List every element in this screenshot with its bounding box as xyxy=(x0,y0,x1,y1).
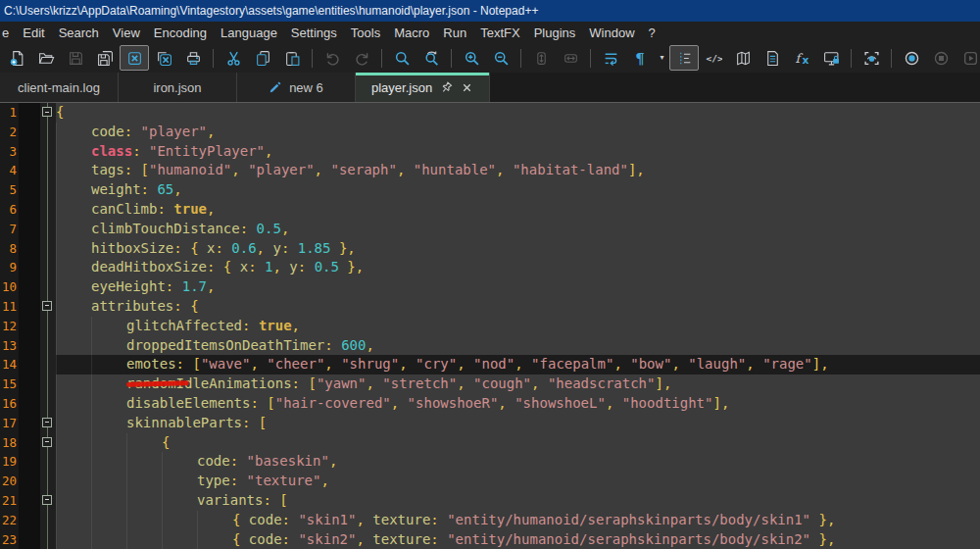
open-file-button[interactable] xyxy=(31,45,61,71)
camera-eye-button[interactable] xyxy=(857,45,886,71)
bookmark-margin[interactable] xyxy=(19,452,40,472)
bookmark-margin[interactable] xyxy=(19,374,40,394)
close-all-button[interactable] xyxy=(149,45,178,71)
code-line-text[interactable]: climbTouchDistance: 0.5, xyxy=(56,220,980,239)
bookmark-margin[interactable] xyxy=(19,200,40,220)
menu-item-e[interactable]: e xyxy=(0,24,16,42)
zoom-out-button[interactable] xyxy=(486,45,515,71)
code-line-text[interactable]: weight: 65, xyxy=(56,180,980,200)
tab-iron-json[interactable]: iron.json xyxy=(119,73,237,102)
close-button[interactable] xyxy=(120,45,149,71)
bookmark-margin[interactable] xyxy=(19,491,40,511)
code-line-text[interactable]: type: "texture", xyxy=(56,472,980,491)
save-button[interactable] xyxy=(61,45,90,71)
menu-item-textfx[interactable]: TextFX xyxy=(473,24,526,42)
close-tab-icon[interactable] xyxy=(461,81,473,94)
menu-item-tools[interactable]: Tools xyxy=(344,24,387,42)
bookmark-margin[interactable] xyxy=(19,394,40,414)
sync-scroll-h-button[interactable] xyxy=(556,45,585,71)
bookmark-margin[interactable] xyxy=(19,220,40,239)
bookmark-margin[interactable] xyxy=(19,161,40,180)
tab-client-main-log[interactable]: client-main.log xyxy=(0,73,119,102)
fold-collapse-icon[interactable] xyxy=(42,107,52,117)
code-line-text[interactable]: class: "EntityPlayer", xyxy=(56,142,980,162)
save-all-button[interactable] xyxy=(90,45,120,71)
bookmark-margin[interactable] xyxy=(19,511,40,530)
menu-item-view[interactable]: View xyxy=(106,24,147,42)
function-completion-button[interactable]: fx xyxy=(787,45,816,71)
zoom-in-button[interactable] xyxy=(457,45,486,71)
code-line-text[interactable]: attributes: { xyxy=(56,297,980,317)
bookmark-margin[interactable] xyxy=(19,530,40,549)
code-line-text[interactable]: code: "baseskin", xyxy=(56,452,980,472)
bookmark-margin[interactable] xyxy=(19,142,40,162)
code-line-text[interactable]: randomIdleAnimations: ["yawn", "stretch"… xyxy=(56,374,980,394)
bookmark-margin[interactable] xyxy=(19,472,40,491)
show-all-chars-dropdown-button[interactable]: ▾ xyxy=(655,45,669,71)
fold-collapse-icon[interactable] xyxy=(42,495,52,505)
code-line-text[interactable]: emotes: ["wave", "cheer", "shrug", "cry"… xyxy=(56,355,980,374)
bookmark-margin[interactable] xyxy=(19,297,40,317)
show-all-chars-button[interactable]: ¶ xyxy=(625,45,655,71)
code-line-text[interactable]: disableElements: ["hair-covered", "shows… xyxy=(56,394,980,414)
tab-new-6[interactable]: new 6 xyxy=(237,73,356,102)
function-list-button[interactable]: </> xyxy=(699,45,728,71)
bookmark-margin[interactable] xyxy=(19,414,40,433)
bookmark-margin[interactable] xyxy=(19,355,40,374)
editor-area[interactable]: 1{2code: "player",3class: "EntityPlayer"… xyxy=(0,103,980,549)
code-line-text[interactable]: skinnableParts: [ xyxy=(56,414,980,433)
fold-collapse-icon[interactable] xyxy=(42,418,52,427)
print-button[interactable] xyxy=(178,45,208,71)
bookmark-margin[interactable] xyxy=(19,239,40,259)
menu-item-search[interactable]: Search xyxy=(52,24,106,42)
bookmark-margin[interactable] xyxy=(19,180,40,200)
bookmark-margin[interactable] xyxy=(19,123,40,142)
bookmark-margin[interactable] xyxy=(19,336,40,356)
replace-button[interactable] xyxy=(416,45,446,71)
code-line-text[interactable]: deadHitboxSize: { x: 1, y: 0.5 }, xyxy=(56,258,980,277)
macro-stop-button[interactable] xyxy=(926,45,956,71)
bookmark-margin[interactable] xyxy=(19,317,40,336)
menu-item-plugins[interactable]: Plugins xyxy=(527,24,583,42)
cut-button[interactable] xyxy=(219,45,248,71)
bookmark-margin[interactable] xyxy=(19,277,40,297)
code-line-text[interactable]: variants: [ xyxy=(56,491,980,511)
code-line-text[interactable]: { code: "skin1", texture: "entity/humano… xyxy=(56,511,980,530)
code-line-text[interactable]: tags: ["humanoid", "player", "seraph", "… xyxy=(56,161,980,180)
menu-item-settings[interactable]: Settings xyxy=(284,24,344,42)
code-line-text[interactable]: { xyxy=(56,433,980,453)
document-list-button[interactable] xyxy=(758,45,787,71)
macro-play-button[interactable] xyxy=(956,45,980,71)
code-line-text[interactable]: canClimb: true, xyxy=(56,200,980,220)
find-button[interactable] xyxy=(387,45,416,71)
pin-icon[interactable] xyxy=(439,80,454,95)
undo-button[interactable] xyxy=(318,45,347,71)
code-line-text[interactable]: hitboxSize: { x: 0.6, y: 1.85 }, xyxy=(56,239,980,259)
redo-button[interactable] xyxy=(347,45,376,71)
code-line-text[interactable]: eyeHeight: 1.7, xyxy=(56,277,980,297)
sync-scroll-v-button[interactable] xyxy=(526,45,556,71)
menu-item--[interactable]: ? xyxy=(642,24,662,42)
document-map-button[interactable] xyxy=(728,45,758,71)
monitor-button[interactable] xyxy=(816,45,846,71)
macro-record-button[interactable] xyxy=(897,45,926,71)
fold-collapse-icon[interactable] xyxy=(42,437,52,447)
menu-item-run[interactable]: Run xyxy=(436,24,473,42)
bookmark-margin[interactable] xyxy=(19,258,40,277)
bookmark-margin[interactable] xyxy=(19,433,40,453)
menu-item-language[interactable]: Language xyxy=(214,24,284,42)
code-line-text[interactable]: droppedItemsOnDeathTimer: 600, xyxy=(56,336,980,356)
copy-button[interactable] xyxy=(248,45,277,71)
code-line-text[interactable]: glitchAffected: true, xyxy=(56,317,980,336)
paste-button[interactable] xyxy=(277,45,307,71)
tab-player-json[interactable]: player.json xyxy=(356,73,490,102)
menu-item-macro[interactable]: Macro xyxy=(387,24,436,42)
code-line-text[interactable]: { code: "skin2", texture: "entity/humano… xyxy=(56,530,980,549)
menu-item-encoding[interactable]: Encoding xyxy=(147,24,214,42)
menu-item-window[interactable]: Window xyxy=(582,24,641,42)
fold-collapse-icon[interactable] xyxy=(42,301,52,311)
word-wrap-button[interactable] xyxy=(596,45,625,71)
code-line-text[interactable]: code: "player", xyxy=(56,123,980,142)
new-file-button[interactable] xyxy=(2,45,31,71)
menu-item-edit[interactable]: Edit xyxy=(16,24,51,42)
